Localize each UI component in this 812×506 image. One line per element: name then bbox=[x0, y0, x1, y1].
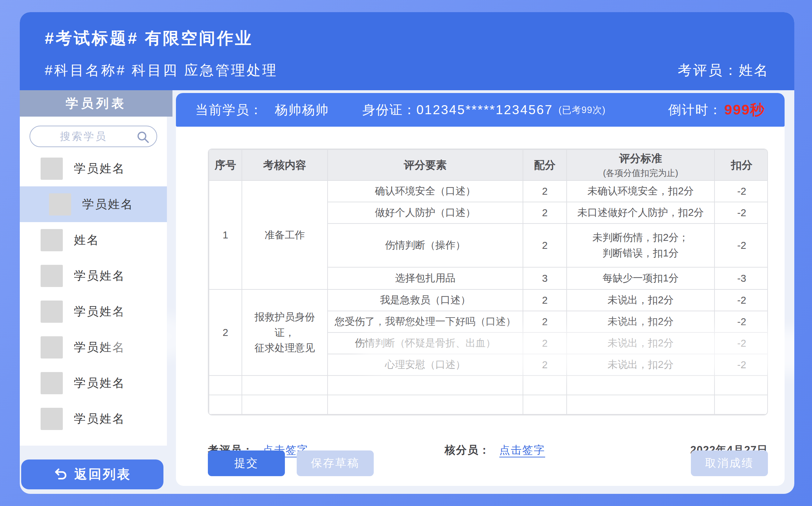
back-button-label: 返回列表 bbox=[74, 466, 131, 483]
student-name: 学员姓名 bbox=[74, 339, 125, 355]
empty-cell bbox=[242, 376, 328, 395]
magnifier-icon[interactable] bbox=[136, 130, 150, 144]
back-to-list-button[interactable]: 返回列表 bbox=[21, 459, 163, 489]
cell-standard: 未说出，扣2分 bbox=[567, 311, 714, 332]
cell-standard: 未口述做好个人防护，扣2分 bbox=[567, 202, 714, 224]
return-arrow-icon bbox=[53, 467, 68, 482]
student-list-item[interactable]: 学员姓名 bbox=[20, 294, 167, 329]
student-list: 学员姓名 学员姓名 姓名 学员姓名 学员姓名 bbox=[20, 151, 167, 437]
group-index: 2 bbox=[209, 289, 242, 376]
cell-standard: 未确认环境安全，扣2分 bbox=[567, 180, 714, 202]
student-search bbox=[29, 126, 157, 147]
cell-deduction: -2 bbox=[714, 354, 768, 376]
col-content: 考核内容 bbox=[242, 150, 328, 180]
student-name: 姓名 bbox=[74, 232, 100, 248]
empty-cell bbox=[714, 376, 768, 395]
empty-cell bbox=[209, 376, 242, 395]
cell-deduction: -2 bbox=[714, 289, 768, 311]
student-list-item[interactable]: 学员姓名 bbox=[20, 365, 167, 401]
cell-factor: 心理安慰（口述） bbox=[328, 354, 523, 376]
cell-score: 3 bbox=[523, 267, 567, 289]
cell-deduction: -2 bbox=[714, 332, 768, 354]
id-card-value: 012345*****1234567 bbox=[416, 103, 553, 117]
student-name: 学员姓名 bbox=[74, 304, 125, 320]
save-draft-button[interactable]: 保存草稿 bbox=[297, 450, 374, 476]
col-standard-note: (各项分值扣完为止) bbox=[570, 167, 711, 179]
student-list-item[interactable]: 学员姓名 bbox=[20, 258, 167, 294]
table-row: 1 准备工作 确认环境安全（口述） 2 未确认环境安全，扣2分 -2 bbox=[209, 180, 768, 202]
empty-cell bbox=[328, 395, 523, 414]
student-list-item[interactable]: 学员姓名 bbox=[20, 401, 167, 437]
current-student-label: 当前学员： bbox=[195, 101, 263, 119]
col-standard: 评分标准 (各项分值扣完为止) bbox=[567, 150, 714, 180]
empty-cell bbox=[523, 395, 567, 414]
cell-score: 2 bbox=[523, 180, 567, 202]
current-student-bar: 当前学员： 杨帅杨帅 身份证： 012345*****1234567 (已考99… bbox=[176, 93, 785, 127]
student-list-panel: 学员姓名 学员姓名 姓名 学员姓名 学员姓名 bbox=[20, 117, 167, 446]
table-row: 2 报救护员身份证， 征求处理意见 我是急救员（口述） 2 未说出，扣2分 -2 bbox=[209, 289, 768, 311]
cell-standard: 每缺少一项扣1分 bbox=[567, 267, 714, 289]
student-list-item[interactable]: 学员姓名 bbox=[20, 329, 167, 365]
student-name: 学员姓名 bbox=[74, 375, 125, 391]
id-card-label: 身份证： bbox=[362, 101, 416, 119]
cell-score: 2 bbox=[523, 224, 567, 267]
cell-factor: 选择包扎用品 bbox=[328, 267, 523, 289]
empty-row bbox=[209, 376, 768, 395]
avatar bbox=[41, 336, 63, 359]
cell-score: 2 bbox=[523, 202, 567, 224]
student-list-item[interactable]: 学员姓名 bbox=[20, 151, 167, 186]
cell-standard: 未说出，扣2分 bbox=[567, 354, 714, 376]
cell-score: 2 bbox=[523, 289, 567, 311]
empty-cell bbox=[714, 395, 768, 414]
cell-deduction: -2 bbox=[714, 202, 768, 224]
content-area: 学员列表 学员姓名 学员姓名 姓名 bbox=[20, 90, 794, 494]
avatar bbox=[49, 193, 71, 216]
countdown-label: 倒计时： bbox=[668, 101, 722, 119]
app-header: #考试标题# 有限空间作业 #科目名称# 科目四 应急管理处理 考评员：姓名 bbox=[20, 12, 794, 90]
cell-standard: 未判断伤情，扣2分； 判断错误，扣1分 bbox=[567, 224, 714, 267]
exam-title: #考试标题# 有限空间作业 bbox=[45, 27, 253, 49]
cancel-score-button[interactable]: 取消成绩 bbox=[691, 450, 768, 476]
current-student-name: 杨帅杨帅 bbox=[275, 101, 329, 119]
cell-deduction: -2 bbox=[714, 180, 768, 202]
cell-factor: 我是急救员（口述） bbox=[328, 289, 523, 311]
cell-factor: 确认环境安全（口述） bbox=[328, 180, 523, 202]
countdown-value: 999秒 bbox=[725, 100, 765, 119]
col-index: 序号 bbox=[209, 150, 242, 180]
col-standard-title: 评分标准 bbox=[619, 152, 662, 165]
empty-cell bbox=[209, 395, 242, 414]
app-window: #考试标题# 有限空间作业 #科目名称# 科目四 应急管理处理 考评员：姓名 学… bbox=[20, 12, 794, 494]
empty-cell bbox=[242, 395, 328, 414]
empty-cell bbox=[328, 376, 523, 395]
empty-cell bbox=[523, 376, 567, 395]
student-list-item[interactable]: 姓名 bbox=[20, 222, 167, 258]
student-name: 学员姓名 bbox=[74, 161, 125, 177]
empty-row bbox=[209, 395, 768, 414]
cell-deduction: -2 bbox=[714, 311, 768, 332]
student-name: 学员姓名 bbox=[74, 268, 125, 284]
cell-factor: 做好个人防护（口述） bbox=[328, 202, 523, 224]
group-content: 准备工作 bbox=[242, 180, 328, 289]
cell-factor: 伤情判断（操作） bbox=[328, 224, 523, 267]
cell-factor: 您受伤了，我帮您处理一下好吗（口述） bbox=[328, 311, 523, 332]
cell-factor: 伤情判断（怀疑是骨折、出血） bbox=[328, 332, 523, 354]
examiner-name: 考评员：姓名 bbox=[678, 61, 769, 80]
cell-standard: 未说出，扣2分 bbox=[567, 289, 714, 311]
avatar bbox=[41, 158, 63, 180]
avatar bbox=[41, 229, 63, 251]
submit-button[interactable]: 提交 bbox=[208, 450, 285, 476]
cell-score: 2 bbox=[523, 332, 567, 354]
empty-cell bbox=[567, 395, 714, 414]
group-content: 报救护员身份证， 征求处理意见 bbox=[242, 289, 328, 376]
table-header-row: 序号 考核内容 评分要素 配分 评分标准 (各项分值扣完为止) 扣分 bbox=[209, 150, 768, 180]
subject-subtitle: #科目名称# 科目四 应急管理处理 bbox=[45, 61, 278, 80]
avatar bbox=[41, 408, 63, 430]
student-list-item-selected[interactable]: 学员姓名 bbox=[20, 186, 167, 222]
col-score: 配分 bbox=[523, 150, 567, 180]
cell-score: 2 bbox=[523, 354, 567, 376]
attempt-count: (已考99次) bbox=[559, 104, 606, 116]
avatar bbox=[41, 265, 63, 287]
cell-standard: 未说出，扣2分 bbox=[567, 332, 714, 354]
empty-cell bbox=[567, 376, 714, 395]
col-factor: 评分要素 bbox=[328, 150, 523, 180]
